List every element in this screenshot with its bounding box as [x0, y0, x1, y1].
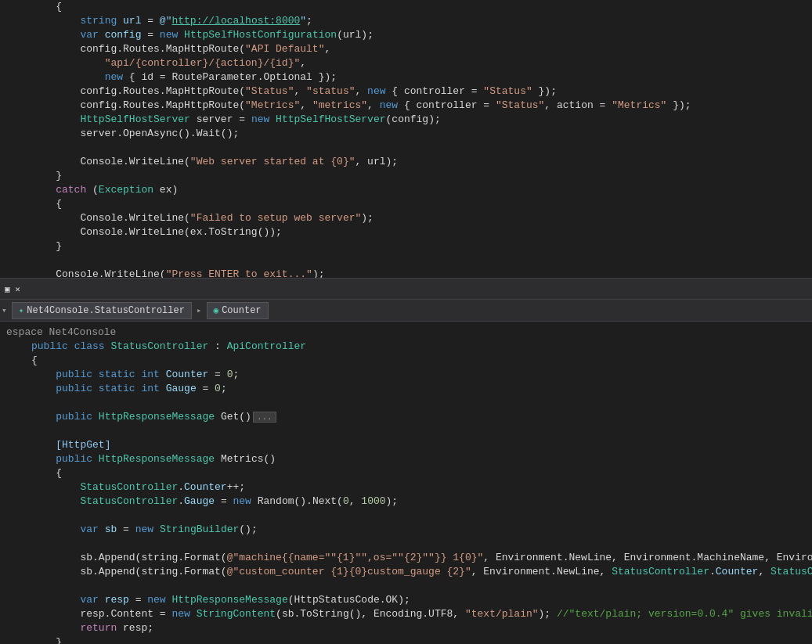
code-line: HttpSelfHostServer server = new HttpSelf… — [0, 113, 812, 127]
method-icon: ◉ — [214, 305, 219, 315]
nav-bar: ▾ ✦ Net4Console.StatusController ▸ ◉ Cou… — [0, 300, 812, 322]
code-line: sb.Append(string.Format(@"custom_counter… — [0, 565, 812, 579]
code-line: public class StatusController : ApiContr… — [0, 340, 812, 354]
class-icon: ✦ — [19, 305, 24, 315]
class-nav-label: Net4Console.StatusController — [27, 305, 185, 316]
namespace-line: espace Net4Console — [0, 325, 812, 340]
code-line — [0, 396, 812, 410]
code-line: public HttpResponseMessage Metrics() — [0, 452, 812, 466]
code-line: return resp; — [0, 621, 812, 635]
code-line: { — [0, 354, 812, 368]
nav-arrow-left: ▾ — [0, 305, 9, 315]
code-line: } — [0, 239, 812, 254]
code-line: StatusController.Counter++; — [0, 480, 812, 495]
code-line: { — [0, 466, 812, 480]
code-line: config.Routes.MapHttpRoute("Status", "st… — [0, 85, 812, 99]
code-line — [0, 579, 812, 593]
code-line: Console.WriteLine(ex.ToString()); — [0, 225, 812, 239]
code-line: public static int Counter = 0; — [0, 368, 812, 382]
separator-bar: ▣ ✕ — [0, 278, 812, 300]
code-line: var sb = new StringBuilder(); — [0, 523, 812, 537]
method-nav-item[interactable]: ◉ Counter — [207, 302, 269, 319]
code-line: Console.WriteLine("Failed to setup web s… — [0, 211, 812, 225]
code-line — [0, 254, 812, 268]
top-code-pane: { string url = @"http://localhost:8000";… — [0, 0, 812, 278]
code-line: public static int Gauge = 0; — [0, 382, 812, 396]
code-line: catch (Exception ex) — [0, 183, 812, 197]
class-nav-item[interactable]: ✦ Net4Console.StatusController — [12, 302, 192, 319]
method-nav-label: Counter — [222, 305, 261, 316]
code-line: sb.Append(string.Format(@"machine{{name=… — [0, 551, 812, 565]
code-line: public HttpResponseMessage Get()... — [0, 410, 812, 424]
close-button[interactable]: ▣ ✕ — [0, 282, 25, 296]
code-line: server.OpenAsync().Wait(); — [0, 127, 812, 141]
code-line: config.Routes.MapHttpRoute("API Default"… — [0, 42, 812, 56]
code-line — [0, 424, 812, 438]
code-line: { — [0, 0, 812, 14]
code-line: } — [0, 169, 812, 183]
nav-arrow-mid: ▸ — [195, 305, 204, 315]
code-line: Console.WriteLine("Web server started at… — [0, 155, 812, 169]
code-line: var config = new HttpSelfHostConfigurati… — [0, 28, 812, 42]
code-line: StatusController.Gauge = new Random().Ne… — [0, 495, 812, 509]
bottom-code-pane: espace Net4Console public class StatusCo… — [0, 322, 812, 644]
code-line: string url = @"http://localhost:8000"; — [0, 14, 812, 28]
collapsed-indicator[interactable]: ... — [253, 412, 276, 423]
code-line: [HttpGet] — [0, 438, 812, 452]
code-line: new { id = RouteParameter.Optional }); — [0, 70, 812, 85]
code-line: Console.WriteLine("Press ENTER to exit..… — [0, 268, 812, 278]
code-line — [0, 537, 812, 551]
code-line: { — [0, 197, 812, 211]
code-line — [0, 141, 812, 155]
code-line: } — [0, 635, 812, 644]
code-line — [0, 509, 812, 523]
code-line: "api/{controller}/{action}/{id}", — [0, 56, 812, 70]
code-line: config.Routes.MapHttpRoute("Metrics", "m… — [0, 99, 812, 113]
code-line: var resp = new HttpResponseMessage(HttpS… — [0, 593, 812, 607]
editor-container: { string url = @"http://localhost:8000";… — [0, 0, 812, 644]
code-line: resp.Content = new StringContent(sb.ToSt… — [0, 607, 812, 621]
